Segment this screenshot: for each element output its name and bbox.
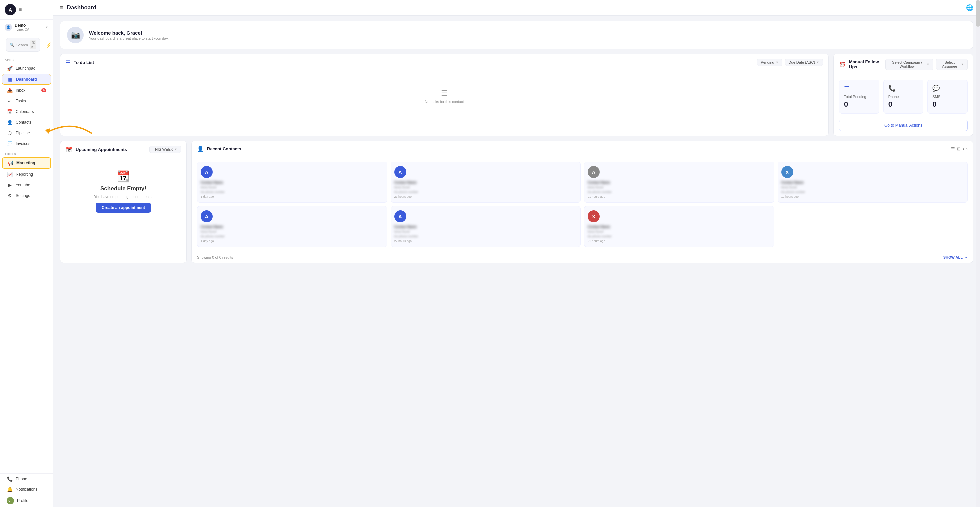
sms-metric-value: 0 [932,100,963,109]
grid-view-icon[interactable]: ⊞ [957,146,961,151]
show-all-link[interactable]: SHOW ALL → [943,255,968,259]
sidebar-item-invoices[interactable]: 🧾 Invoices [2,139,51,149]
chevron-campaign-icon: ▼ [927,63,930,66]
bottom-row: 📅 Upcoming Appointments THIS WEEK ▼ 📆 Sc… [60,141,973,263]
total-pending-metric: ☰ Total Pending 0 [839,79,879,114]
topbar-menu-icon[interactable]: ≡ [60,4,64,11]
calendars-label: Calendars [16,109,34,114]
goto-manual-actions-button[interactable]: Go to Manual Actions [839,120,968,131]
sidebar-item-settings[interactable]: ⚙ Settings [2,191,51,201]
campaign-workflow-selector[interactable]: Select Campaign / Workflow ▼ [885,59,933,70]
contact-card[interactable]: A Contact Name None found No phone numbe… [391,206,581,247]
todo-card: ☰ To do List Pending ▼ Due Date (ASC) ▼ [60,54,829,136]
user-account-selector[interactable]: 👤 Demo Irvine, CA ▼ [0,20,53,35]
content-area: 📷 Welcome back, Grace! Your dashboard is… [53,16,980,507]
todo-date-label: Due Date (ASC) [789,60,815,64]
main-content: ≡ Dashboard 🌐 📷 Welcome back, Grace! You… [53,0,980,507]
show-all-label: SHOW ALL [943,255,963,259]
phone-icon: 📞 [7,476,13,482]
followups-title: Manual Follow Ups [849,59,882,69]
contact-card[interactable]: A Contact Name None found No phone numbe… [197,162,387,203]
todo-status-filter[interactable]: Pending ▼ [757,59,782,66]
contact-card[interactable]: A Contact Name None found No phone numbe… [197,206,387,247]
appointments-week-label: THIS WEEK [153,147,173,151]
settings-label: Settings [16,193,30,198]
welcome-text: Welcome back, Grace! Your dashboard is a… [89,30,169,40]
inbox-badge: 0 [41,88,46,92]
total-pending-label: Total Pending [844,95,874,99]
phone-metric-label: Phone [888,95,919,99]
marketing-icon: 📢 [7,161,13,166]
contact-card[interactable]: A Contact Name None found No phone numbe… [584,162,774,203]
contact-card[interactable]: X Contact Name None found No phone numbe… [778,162,968,203]
appointments-card: 📅 Upcoming Appointments THIS WEEK ▼ 📆 Sc… [60,141,187,263]
recent-contacts-card: 👤 Recent Contacts ☰ ⊞ ‹ › A Contact Name… [191,141,973,263]
scrollbar-track[interactable] [976,0,980,507]
welcome-banner: 📷 Welcome back, Grace! Your dashboard is… [60,21,973,49]
bolt-icon[interactable]: ⚡ [46,42,52,48]
sms-metric: 💬 SMS 0 [928,79,968,114]
topbar-title: Dashboard [67,4,97,11]
contact-phone: No phone number [395,190,418,194]
phone-metric-value: 0 [888,100,919,109]
sidebar-item-profile[interactable]: GP Profile [2,495,51,507]
manual-followups-card: ⏰ Manual Follow Ups Select Campaign / Wo… [833,54,973,136]
contact-name: Contact Name [588,181,610,184]
sidebar: A ≡ 👤 Demo Irvine, CA ▼ 🔍 Search ⌘ K ⚡ A… [0,0,53,507]
sidebar-item-pipeline[interactable]: ⬡ Pipeline [2,128,51,138]
appointments-week-filter[interactable]: THIS WEEK ▼ [150,146,181,153]
dashboard-label: Dashboard [16,77,37,82]
showing-results: Showing 0 of 0 results [197,255,233,259]
calendars-icon: 📅 [7,109,13,114]
sidebar-item-marketing[interactable]: 📢 Marketing [2,157,51,168]
contacts-prev-button[interactable]: ‹ [963,146,964,151]
inbox-icon: 📥 [7,87,13,93]
search-bar[interactable]: 🔍 Search ⌘ K [6,38,40,52]
contacts-next-button[interactable]: › [966,146,968,151]
invoices-icon: 🧾 [7,141,13,146]
contacts-view-actions: ☰ ⊞ ‹ › [951,146,968,151]
sidebar-item-launchpad[interactable]: 🚀 Launchpad [2,64,51,73]
todo-empty-message: No tasks for this contact [425,100,464,104]
settings-icon: ⚙ [7,193,13,198]
welcome-heading: Welcome back, Grace! [89,30,169,36]
topbar: ≡ Dashboard 🌐 [53,0,980,16]
contact-avatar: A [395,166,406,178]
contact-time: 21 hours ago [588,239,605,243]
sidebar-item-inbox[interactable]: 📥 Inbox 0 [2,85,51,95]
contact-card[interactable]: A Contact Name None found No phone numbe… [391,162,581,203]
sidebar-item-youtube[interactable]: ▶ Youtube [2,180,51,190]
youtube-icon: ▶ [7,182,13,188]
launchpad-label: Launchpad [16,66,35,71]
todo-title: To do List [74,60,94,65]
user-name: Demo [15,23,29,28]
sidebar-item-notifications[interactable]: 🔔 Notifications [2,484,51,494]
contact-avatar: A [588,166,600,178]
launchpad-icon: 🚀 [7,66,13,71]
topbar-right: 🌐 [966,4,973,11]
sidebar-item-tasks[interactable]: ✓ Tasks [2,96,51,106]
contacts-footer: Showing 0 of 0 results SHOW ALL → [192,252,973,263]
globe-icon[interactable]: 🌐 [966,4,973,11]
contact-name: Contact Name [781,181,803,184]
reporting-label: Reporting [16,172,33,176]
list-view-icon[interactable]: ☰ [951,146,955,151]
contact-source: None found [395,186,410,189]
sidebar-item-calendars[interactable]: 📅 Calendars [2,106,51,117]
sidebar-item-dashboard[interactable]: ▦ Dashboard [2,74,51,85]
create-appointment-button[interactable]: Create an appointment [95,203,151,213]
welcome-subtext: Your dashboard is a great place to start… [89,37,169,40]
sidebar-item-contacts[interactable]: 👤 Contacts [2,117,51,127]
sidebar-item-phone[interactable]: 📞 Phone [2,474,51,484]
scrollbar-thumb[interactable] [976,0,980,27]
contact-card[interactable]: X Contact Name None found No phone numbe… [584,206,774,247]
contact-time: 21 hours ago [395,195,412,198]
hamburger-icon[interactable]: ≡ [19,7,22,13]
sidebar-item-reporting[interactable]: 📈 Reporting [2,169,51,180]
assignee-selector[interactable]: Select Assignee ▼ [936,59,968,70]
apps-section-label: Apps [0,55,53,63]
todo-date-filter[interactable]: Due Date (ASC) ▼ [785,59,823,66]
contact-phone: No phone number [395,235,418,238]
contacts-header-icon: 👤 [197,146,204,152]
contact-source: None found [200,230,216,233]
